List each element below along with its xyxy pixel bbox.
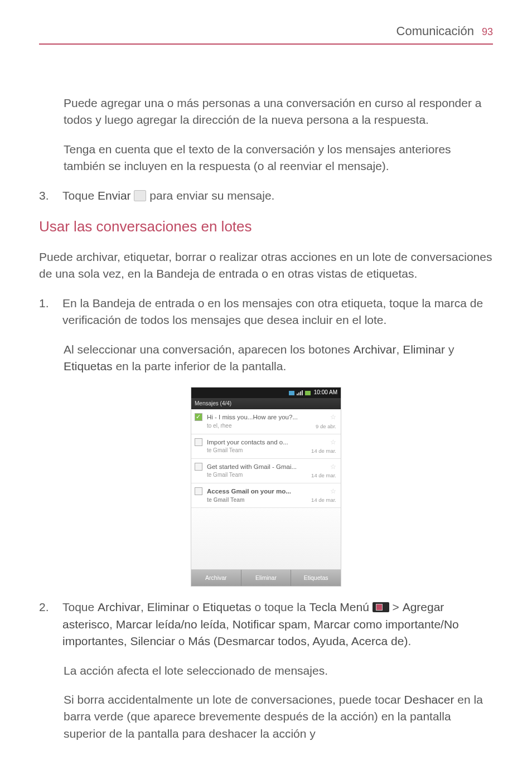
text: > [389,601,403,613]
status-bar: 10:00 AM [191,388,341,398]
body-paragraph: Puede agregar una o más personas a una c… [39,95,493,129]
archive-button[interactable]: Archivar [191,570,241,586]
step-number: 2. [39,599,58,650]
empty-space [191,508,341,569]
checkbox-icon[interactable] [195,463,202,471]
message-row[interactable]: ☆ Import your contacts and o... te Gmail… [191,434,341,459]
section-heading: Usar las conversaciones en lotes [39,216,493,238]
step-text: En la Bandeja de entrada o en los mensaj… [62,295,493,329]
status-time: 10:00 AM [314,389,337,397]
checkbox-icon[interactable] [195,413,202,421]
message-date: 14 de mar. [311,447,336,455]
body-paragraph: Si borra accidentalmente un lote de conv… [39,691,493,742]
body-paragraph: Tenga en cuenta que el texto de la conve… [39,141,493,175]
step-number: 1. [39,295,58,329]
header-section: Comunicación [396,22,474,40]
step-text: Toque Enviar para enviar su mensaje. [62,187,493,204]
text: Si borra accidentalmente un lote de conv… [64,693,404,706]
send-icon [134,190,146,201]
ui-label: Notificar spam [233,618,307,631]
ui-label: Archivar [98,601,141,613]
body-paragraph: Al seleccionar una conversación, aparece… [39,341,493,375]
text: y [445,343,454,356]
text: , [109,618,116,631]
text: o [190,601,202,613]
signal-icon [297,390,303,395]
text: o toque la [252,601,309,613]
screenshot-phone: 10:00 AM Mensajes (4/4) ☆ Hi - I miss yo… [191,387,341,587]
ui-label: Etiquetas [64,360,113,372]
text: , [226,618,233,631]
text: Toque [62,601,98,613]
message-date: 9 de abr. [316,423,336,430]
ui-label: Más (Desmarcar todos, Ayuda, Acerca de) [188,635,408,647]
body-paragraph: La acción afecta el lote seleccionado de… [39,662,493,679]
text: Toque [62,189,98,202]
message-subject: Import your contacts and o... [207,438,336,447]
text: . [408,635,411,647]
action-bar: Archivar Eliminar Etiquetas [191,569,341,586]
ui-label: Eliminar [403,343,445,356]
ui-label: Eliminar [147,601,190,613]
delete-button[interactable]: Eliminar [241,570,292,586]
message-list: ☆ Hi - I miss you...How are you?... to e… [191,409,341,508]
titlebar-left: Mensajes (4/4) [195,400,231,408]
message-date: 14 de mar. [311,496,336,504]
status-icon [289,391,294,395]
message-date: 14 de mar. [311,472,336,480]
text: , [396,343,403,356]
step-text: Toque Archivar, Eliminar o Etiquetas o t… [62,599,493,650]
text [369,601,373,613]
message-subject: Access Gmail on your mo... [207,487,336,496]
message-row[interactable]: ☆ Hi - I miss you...How are you?... to e… [191,409,341,434]
ui-label: Etiquetas [202,601,252,613]
message-subject: Hi - I miss you...How are you?... [207,413,336,422]
labels-button[interactable]: Etiquetas [291,570,341,586]
ui-label: Enviar [98,189,131,202]
text: o [175,635,188,647]
message-row[interactable]: ☆ Access Gmail on your mo... te Gmail Te… [191,483,341,508]
star-icon[interactable]: ☆ [330,438,336,447]
text: en la parte inferior de la pantalla. [113,360,287,372]
star-icon[interactable]: ☆ [330,487,336,496]
body-paragraph: Puede archivar, etiquetar, borrar o real… [39,249,493,283]
ui-label: Tecla Menú [309,601,369,613]
ui-label: Marcar leída/no leída [116,618,226,631]
page-number: 93 [482,25,493,39]
ui-label: Archivar [353,343,396,356]
text: para enviar su mensaje. [146,189,274,202]
text: Al seleccionar una conversación, aparece… [64,343,353,356]
ui-label: Deshacer [404,693,454,706]
battery-icon [305,391,311,395]
checkbox-icon[interactable] [195,438,202,446]
message-row[interactable]: ☆ Get started with Gmail - Gmai... te Gm… [191,459,341,483]
step-number: 3. [39,187,58,204]
text: , [141,601,147,613]
message-subject: Get started with Gmail - Gmai... [207,462,336,472]
app-titlebar: Mensajes (4/4) [191,398,341,410]
menu-key-icon [373,602,389,612]
star-icon[interactable]: ☆ [330,413,336,422]
text: , [307,618,314,631]
star-icon[interactable]: ☆ [330,462,336,472]
checkbox-icon[interactable] [195,487,202,495]
